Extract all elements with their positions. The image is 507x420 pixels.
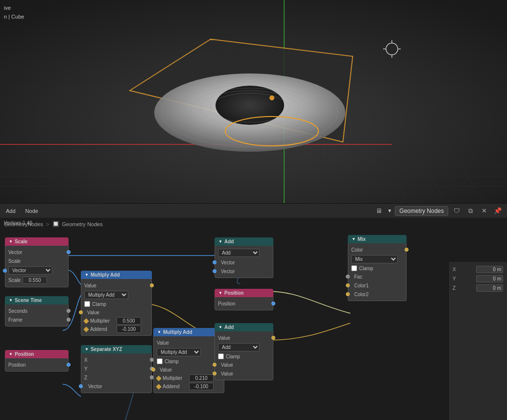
ma1-in-socket[interactable] — [79, 310, 83, 314]
copy-icon[interactable]: ⧉ — [465, 206, 476, 216]
mix-clamp-row: Clamp — [348, 264, 406, 272]
scene-time-header[interactable]: ▼ Scene Time — [5, 296, 69, 304]
sep-vector-socket[interactable] — [79, 384, 83, 388]
add-top-vec1-socket[interactable] — [213, 260, 217, 264]
add-mid-val2-socket[interactable] — [213, 372, 217, 375]
ma1-mult-input[interactable] — [117, 317, 141, 325]
x-coord-input[interactable] — [476, 266, 503, 273]
mix-color1-socket[interactable] — [346, 283, 350, 287]
close-icon[interactable]: ✕ — [479, 206, 489, 216]
position-top-header[interactable]: ▼ Position — [215, 289, 273, 297]
mix-clamp-check[interactable] — [351, 265, 357, 271]
add-top-vec2-socket[interactable] — [213, 269, 217, 273]
add-button[interactable]: Add — [4, 207, 18, 215]
seconds-row: Seconds — [5, 306, 68, 315]
svg-point-25 — [216, 86, 284, 125]
position-bottom-socket[interactable] — [67, 363, 71, 367]
add-top-header[interactable]: ▼ Add — [215, 237, 273, 246]
node-canvas[interactable]: ▼ Scale Vector Scale Vector S — [0, 233, 507, 420]
add-mid-mode-select[interactable]: Add — [218, 343, 260, 351]
add-mid-clamp-check[interactable] — [218, 353, 224, 359]
scale-input-socket[interactable] — [3, 269, 7, 273]
ma2-in-socket[interactable] — [151, 368, 155, 372]
add-mid-header[interactable]: ▼ Add — [215, 323, 273, 331]
viewport-label: ive n | Cube — [4, 4, 24, 21]
add-mid-out-socket[interactable] — [271, 336, 275, 340]
sep-vector-row: Vector — [81, 382, 151, 391]
frame-row: Frame — [5, 315, 68, 324]
node-editor: Add Node 🖥 ▼ Geometry Nodes 🛡 ⧉ ✕ 📌 Geom… — [0, 203, 507, 420]
svg-point-33 — [269, 95, 274, 100]
y-coord-input[interactable] — [476, 275, 503, 282]
position-node-bottom-header[interactable]: ▼ Position — [5, 350, 69, 358]
ma1-addend-row: Addend — [81, 325, 151, 333]
mix-color-out-socket[interactable] — [405, 248, 409, 252]
ma2-mode-select[interactable]: Multiply Add — [157, 348, 201, 356]
mix-color-out: Color — [348, 245, 406, 254]
add-mid-val1-socket[interactable] — [213, 363, 217, 367]
scale-scale-row: Scale — [5, 257, 68, 265]
seconds-socket[interactable] — [67, 309, 71, 313]
separate-xyz-header[interactable]: ▼ Separate XYZ — [81, 345, 152, 353]
multiply-add1-header[interactable]: ▼ Multiply Add — [81, 271, 152, 279]
add-node-mid: ▼ Add Value Add Clamp — [215, 323, 273, 380]
ma1-value-in: Value — [81, 308, 151, 317]
scale-vector-socket[interactable] — [67, 250, 71, 254]
scale-node-header[interactable]: ▼ Scale — [5, 237, 69, 246]
vertices-bar: Vertices 1 40 — [4, 220, 32, 226]
scale-mode-select[interactable]: Vector — [8, 266, 52, 275]
add-mid-val1: Value — [215, 360, 273, 369]
ma2-addend-input[interactable] — [189, 383, 214, 390]
add-mid-value-out: Value — [215, 333, 273, 342]
position-bottom-row: Position — [5, 360, 68, 369]
node-button[interactable]: Node — [24, 207, 40, 215]
ma1-mult-diamond — [83, 318, 89, 324]
ma1-addend-input[interactable] — [117, 326, 141, 333]
z-coord-input[interactable] — [476, 284, 503, 292]
ma1-mode-select[interactable]: Multiply Add — [84, 291, 128, 299]
mix-color1-row: Color1 — [348, 281, 406, 290]
mix-color2-socket[interactable] — [346, 292, 350, 296]
add-top-mode-select[interactable]: Add — [218, 249, 260, 257]
node-editor-bar: Add Node 🖥 ▼ Geometry Nodes 🛡 ⧉ ✕ 📌 — [0, 203, 507, 218]
position-node-bottom: ▼ Position Position — [5, 350, 69, 372]
ma2-addend-diamond — [156, 384, 161, 389]
y-coord-row: Y — [453, 275, 503, 282]
x-label: X — [453, 267, 462, 272]
x-coord-row: X — [453, 266, 503, 273]
add-node-top: ▼ Add Add Vector Vector — [215, 237, 273, 278]
pin-icon[interactable]: 📌 — [492, 206, 503, 216]
sep-x-row: X — [81, 355, 151, 364]
right-panel: X Y Z — [448, 262, 507, 420]
position-top-row: Position — [215, 299, 273, 308]
ma2-clamp-check[interactable] — [157, 358, 163, 364]
sep-y-row: Y — [81, 364, 151, 373]
ma2-mult-input[interactable] — [189, 374, 214, 382]
ma1-addend-diamond — [83, 327, 89, 332]
dropdown-icon: ▼ — [387, 208, 392, 213]
z-coord-row: Z — [453, 284, 503, 292]
multiply-add2-header[interactable]: ▼ Multiply Add — [153, 328, 224, 336]
breadcrumb-sep: > — [46, 221, 49, 227]
scene-time-node: ▼ Scene Time Seconds Frame — [5, 296, 69, 327]
ma1-out-socket[interactable] — [150, 283, 154, 287]
mix-fac-socket[interactable] — [346, 275, 350, 279]
add-top-vec1: Vector — [215, 258, 273, 267]
scale-dropdown-row: Vector — [5, 265, 68, 276]
position-top-socket[interactable] — [271, 302, 275, 305]
y-label: Y — [453, 276, 462, 281]
scale-value-input[interactable] — [23, 277, 47, 284]
add-top-vec2: Vector — [215, 267, 273, 276]
node-icon: 🔲 — [52, 221, 59, 227]
mix-header[interactable]: ▼ Mix — [348, 235, 407, 243]
mix-mode-select[interactable]: Mix — [351, 255, 398, 263]
breadcrumb-part2[interactable]: Geometry Nodes — [62, 221, 103, 227]
shield-icon[interactable]: 🛡 — [451, 206, 462, 216]
mix-node: ▼ Mix Color Mix Clamp — [348, 235, 407, 301]
ma1-clamp-check[interactable] — [84, 301, 90, 307]
add-mid-clamp: Clamp — [215, 352, 273, 360]
z-label: Z — [453, 285, 462, 291]
frame-socket[interactable] — [67, 318, 71, 322]
monitor-icon[interactable]: 🖥 — [373, 206, 384, 216]
multiply-add-node2: ▼ Multiply Add Value Multiply Add Clamp — [153, 328, 224, 393]
